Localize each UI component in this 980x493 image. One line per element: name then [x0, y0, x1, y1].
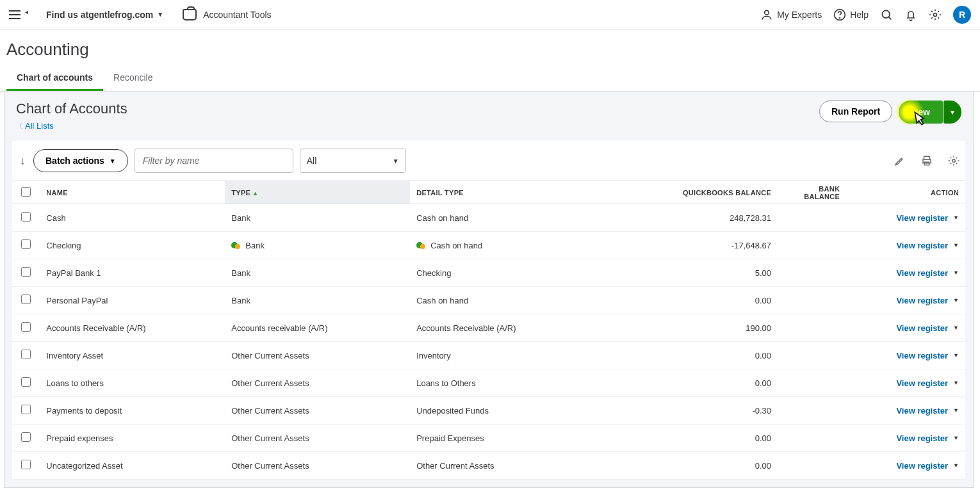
- cell-detail: Checking: [410, 259, 595, 287]
- cell-name: Payments to deposit: [40, 397, 225, 424]
- table-row: CashBankCash on hand248,728.31View regis…: [12, 204, 965, 232]
- qb-link-icon: [231, 242, 241, 250]
- cell-detail: Undeposited Funds: [410, 397, 595, 424]
- chevron-down-icon[interactable]: ▼: [953, 435, 959, 441]
- view-register-label: View register: [896, 378, 948, 388]
- row-checkbox[interactable]: [21, 239, 31, 249]
- accountant-tools-button[interactable]: Accountant Tools: [183, 9, 271, 20]
- company-selector[interactable]: Find us at gentlefrog.com ▼: [46, 10, 163, 20]
- column-header-qb-balance[interactable]: QUICKBOOKS BALANCE: [595, 181, 780, 204]
- my-experts-button[interactable]: My Experts: [760, 8, 822, 21]
- top-right-controls: My Experts Help R: [760, 6, 971, 24]
- new-button[interactable]: New: [899, 101, 943, 124]
- table-settings-icon[interactable]: [947, 154, 960, 167]
- filter-by-name-input[interactable]: [135, 149, 293, 173]
- print-icon[interactable]: [920, 154, 933, 167]
- notifications-icon[interactable]: [904, 8, 917, 21]
- collapse-sort-icon[interactable]: ↓: [20, 154, 26, 168]
- panel-title: Chart of Accounts: [16, 101, 819, 117]
- cell-type: Other Current Assets: [225, 452, 410, 480]
- view-register-label: View register: [896, 241, 948, 250]
- column-header-bank-balance[interactable]: BANK BALANCE: [780, 181, 846, 204]
- cell-qb-balance: 5.00: [595, 259, 780, 287]
- cell-bank-balance: [780, 369, 846, 397]
- edit-icon[interactable]: [894, 154, 906, 167]
- view-register-label: View register: [896, 406, 948, 416]
- cell-bank-balance: [780, 287, 846, 314]
- avatar-initial: R: [959, 10, 965, 20]
- chevron-down-icon[interactable]: ▼: [953, 297, 959, 303]
- cell-detail: Other Current Assets: [410, 452, 595, 480]
- view-register-action[interactable]: View register▼: [896, 213, 959, 223]
- view-register-action[interactable]: View register▼: [896, 296, 959, 305]
- view-register-action[interactable]: View register▼: [896, 378, 959, 388]
- column-header-type[interactable]: TYPE▲: [225, 181, 410, 204]
- help-button[interactable]: Help: [833, 8, 869, 21]
- svg-point-8: [952, 159, 956, 163]
- cell-bank-balance: [780, 342, 846, 369]
- cell-name: Checking: [40, 232, 225, 259]
- chevron-down-icon[interactable]: ▼: [953, 214, 959, 221]
- view-register-label: View register: [896, 433, 948, 443]
- view-register-action[interactable]: View register▼: [896, 241, 959, 250]
- chevron-down-icon[interactable]: ▼: [953, 462, 959, 469]
- chevron-down-icon[interactable]: ▼: [953, 325, 959, 331]
- help-label: Help: [850, 10, 869, 20]
- run-report-button[interactable]: Run Report: [819, 101, 892, 122]
- column-header-name[interactable]: NAME: [40, 181, 225, 204]
- cell-type: Other Current Assets: [225, 369, 410, 397]
- cell-detail: Prepaid Expenses: [410, 424, 595, 452]
- chevron-down-icon[interactable]: ▼: [953, 380, 959, 386]
- search-icon[interactable]: [880, 8, 893, 21]
- chevron-down-icon: ▼: [110, 158, 116, 165]
- accountant-tools-label: Accountant Tools: [203, 10, 271, 20]
- row-checkbox[interactable]: [21, 322, 31, 332]
- briefcase-icon: [183, 9, 197, 20]
- table-row: Uncategorized AssetOther Current AssetsO…: [12, 452, 965, 480]
- nav-toggle-icon[interactable]: [9, 7, 24, 22]
- new-button-dropdown[interactable]: ▼: [943, 101, 961, 124]
- chevron-down-icon[interactable]: ▼: [953, 352, 959, 359]
- column-header-detail-type[interactable]: DETAIL TYPE: [410, 181, 595, 204]
- type-filter-select[interactable]: All ▼: [300, 149, 406, 173]
- chevron-down-icon[interactable]: ▼: [953, 270, 959, 276]
- company-name-prefix: Find us at: [46, 10, 88, 20]
- person-icon: [760, 8, 773, 21]
- row-checkbox[interactable]: [21, 377, 31, 387]
- cell-qb-balance: 248,728.31: [595, 204, 780, 232]
- chevron-down-icon[interactable]: ▼: [953, 242, 959, 248]
- view-register-action[interactable]: View register▼: [896, 351, 959, 360]
- column-header-checkbox[interactable]: [12, 181, 40, 204]
- select-all-checkbox[interactable]: [21, 187, 31, 197]
- cell-name: Loans to others: [40, 369, 225, 397]
- all-lists-label: All Lists: [25, 121, 54, 131]
- view-register-label: View register: [896, 213, 948, 223]
- cell-bank-balance: [780, 259, 846, 287]
- chevron-down-icon[interactable]: ▼: [953, 407, 959, 414]
- cell-type: Bank: [225, 259, 410, 287]
- row-checkbox[interactable]: [21, 432, 31, 442]
- cell-name: Inventory Asset: [40, 342, 225, 369]
- row-checkbox[interactable]: [21, 295, 31, 304]
- cell-bank-balance: [780, 424, 846, 452]
- chevron-left-icon: 〈: [16, 122, 22, 131]
- all-lists-link[interactable]: 〈 All Lists: [16, 121, 819, 131]
- user-avatar[interactable]: R: [953, 6, 971, 24]
- view-register-action[interactable]: View register▼: [896, 406, 959, 416]
- row-checkbox[interactable]: [21, 460, 31, 469]
- tab-chart-of-accounts[interactable]: Chart of accounts: [6, 65, 103, 91]
- tab-reconcile[interactable]: Reconcile: [103, 65, 163, 91]
- batch-actions-button[interactable]: Batch actions ▼: [33, 149, 128, 172]
- cell-type: Bank: [225, 204, 410, 232]
- settings-icon[interactable]: [929, 8, 942, 21]
- row-checkbox[interactable]: [21, 350, 31, 359]
- view-register-action[interactable]: View register▼: [896, 323, 959, 333]
- view-register-label: View register: [896, 268, 948, 278]
- row-checkbox[interactable]: [21, 212, 31, 222]
- row-checkbox[interactable]: [21, 267, 31, 277]
- row-checkbox[interactable]: [21, 405, 31, 414]
- cell-detail: Loans to Others: [410, 369, 595, 397]
- view-register-action[interactable]: View register▼: [896, 461, 959, 471]
- view-register-action[interactable]: View register▼: [896, 268, 959, 278]
- view-register-action[interactable]: View register▼: [896, 433, 959, 443]
